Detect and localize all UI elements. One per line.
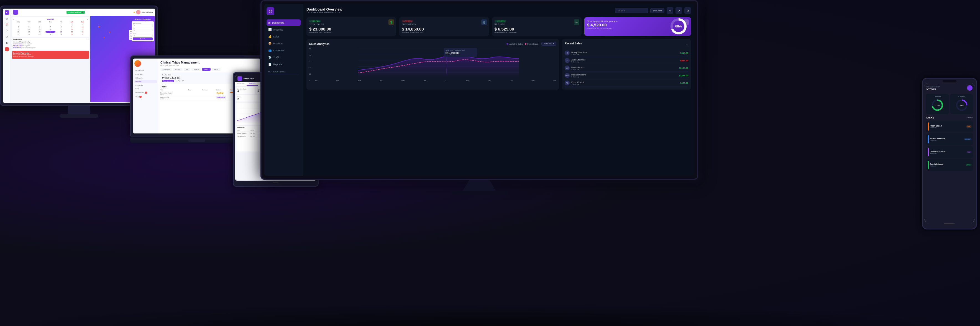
sidebar-alert-icon[interactable]: ! <box>5 47 9 51</box>
phone-task-3: Database Option 5 subtasks Low <box>926 146 973 158</box>
cal-day[interactable]: 15 <box>56 28 67 30</box>
clinical-nav-chat[interactable]: Chat 5 <box>134 95 157 99</box>
calendar-next[interactable]: › <box>87 18 88 20</box>
calendar-prev[interactable]: ‹ <box>13 18 14 20</box>
cal-day[interactable] <box>24 23 34 26</box>
cal-day[interactable]: 20 <box>34 31 45 33</box>
cal-day[interactable]: 19 <box>24 31 34 33</box>
cal-day[interactable]: 22 <box>56 31 67 33</box>
clinical-nav-schedules[interactable]: Schedules <box>134 76 157 80</box>
large-nav-traffic[interactable]: 📡 Traffic <box>267 54 301 61</box>
clinical-nav-dashboard[interactable]: Dashboard <box>134 69 157 72</box>
phone-home-indicator[interactable] <box>944 223 955 224</box>
large-nav-analytics[interactable]: 📊 Analytics <box>267 26 301 33</box>
large-header: Dashboard Overview 12:15 PM at 19th Nove… <box>307 7 691 14</box>
cal-day[interactable]: 12 <box>24 28 34 30</box>
recent-sales-panel: Recent Sales ··· HR Henry Rashford 3 day… <box>562 39 691 89</box>
sidebar-settings-icon[interactable]: ⚙ <box>5 41 9 45</box>
cal-day[interactable]: 27 <box>34 33 45 35</box>
tab-notes[interactable]: Notes <box>212 68 221 71</box>
phone-filter[interactable]: Show all <box>967 117 973 118</box>
clinical-nav-payments[interactable]: Payments <box>134 83 157 87</box>
recent-sales-title: Recent Sales <box>565 42 582 45</box>
sidebar-shield-icon[interactable]: 🛡 <box>5 35 9 39</box>
cal-day[interactable] <box>34 23 45 26</box>
sale-date-2: 3 days ago <box>571 61 585 63</box>
cal-day[interactable]: 16 <box>67 28 77 30</box>
cal-day[interactable]: 24 <box>77 31 88 33</box>
cal-day[interactable]: 1 <box>56 23 67 26</box>
cal-day[interactable]: 5 <box>24 26 34 28</box>
phone-task-1: Fresh Bogam 3 subtasks High <box>926 121 973 132</box>
tab-overview[interactable]: Overview <box>161 68 172 71</box>
phase-status: Team Members <box>162 80 174 82</box>
clinical-nav-campaign[interactable]: Campaign <box>134 73 157 76</box>
task-color-1 <box>928 122 929 131</box>
tab-teams[interactable]: Teams <box>191 68 201 71</box>
cal-day[interactable]: 11 <box>13 28 24 30</box>
search-button[interactable]: Search <box>133 37 153 40</box>
tab-activity[interactable]: Activity <box>173 68 183 71</box>
cal-day[interactable]: 10 <box>77 26 88 28</box>
cal-day[interactable]: 25 <box>13 33 24 35</box>
refresh-button[interactable]: ↻ <box>667 7 673 14</box>
user-avatar <box>136 10 140 14</box>
specialization-select[interactable]: ▾ <box>133 24 153 27</box>
task-info-3: Database Option 5 subtasks <box>930 150 966 154</box>
large-nav-customer[interactable]: 👥 Customer <box>267 47 301 54</box>
cal-day[interactable]: 29 <box>56 33 67 35</box>
cal-day-today[interactable]: 21 <box>45 31 56 33</box>
cal-day[interactable]: 7 <box>45 26 56 28</box>
large-nav-dashboard[interactable]: ⊞ Dashboard <box>267 19 301 26</box>
cal-day[interactable]: 3 <box>77 23 88 26</box>
sale-date-5: 5 days ago <box>571 83 584 85</box>
city-select[interactable]: ▾ <box>133 29 153 32</box>
share-button[interactable]: ↗ <box>676 7 682 14</box>
cal-day[interactable]: 9 <box>67 26 77 28</box>
chart-year-filter[interactable]: New Year ▾ <box>541 42 556 46</box>
large-nav-products[interactable]: 📦 Products <box>267 40 301 46</box>
cal-day[interactable] <box>13 23 24 26</box>
tablet-tab-analytics[interactable]: Analytics <box>247 82 258 86</box>
sales-compare: compared to (Jan - Dec 2021) <box>309 31 393 33</box>
recent-sales-more[interactable]: ··· <box>686 43 688 46</box>
date-select[interactable]: ▾ <box>133 34 153 37</box>
cal-day[interactable]: 30 <box>67 33 77 35</box>
cal-day[interactable]: 18 <box>13 31 24 33</box>
tab-fin[interactable]: Fin <box>184 68 190 71</box>
phone-header: Hello, welcome back! My Tasks <box>924 83 975 93</box>
cal-day[interactable]: 17 <box>77 28 88 30</box>
large-search-input[interactable] <box>615 8 648 13</box>
svg-text:72%: 72% <box>935 104 940 107</box>
sidebar-grid-icon[interactable]: ⊞ <box>5 16 9 21</box>
sidebar-calendar-icon[interactable]: 📅 <box>5 22 9 27</box>
large-nav-sales[interactable]: 💰 Sales <box>267 33 301 40</box>
cal-day[interactable]: 31 <box>77 33 88 35</box>
task-name-2: Design Stage Blst113 <box>161 97 188 100</box>
cal-day[interactable]: 2 <box>67 23 77 26</box>
cal-day[interactable]: 26 <box>24 33 34 35</box>
cal-day[interactable]: 14 <box>45 28 56 30</box>
svg-text:68%: 68% <box>675 24 682 28</box>
sidebar-heart-icon[interactable]: ♡ <box>5 29 9 33</box>
cal-header-sat: SAT <box>67 21 77 23</box>
cal-day[interactable]: 4 <box>13 26 24 28</box>
create-request-button[interactable]: Create a Request ➕ <box>67 11 85 14</box>
cal-day[interactable]: 8 <box>56 26 67 28</box>
year-filter[interactable]: This Year <box>650 8 664 13</box>
clinical-nav-notifications[interactable]: Notifications 3 <box>134 91 157 94</box>
cal-day[interactable]: 6 <box>34 26 45 28</box>
cal-day[interactable] <box>45 23 56 26</box>
notification-more[interactable]: ··· <box>86 39 88 40</box>
cal-day[interactable]: 23 <box>67 31 77 33</box>
settings-button[interactable]: ⚙ <box>684 7 691 14</box>
desktop-header-logo <box>13 10 18 15</box>
tablet-tab-overview[interactable]: Overview <box>235 82 247 86</box>
cal-day[interactable]: 13 <box>34 28 45 30</box>
clinical-nav-projects[interactable]: Projects <box>134 80 157 83</box>
sale-name-1: Henry Rashford <box>571 51 587 54</box>
large-nav-reports[interactable]: 📄 Reports <box>267 61 301 67</box>
clinical-nav-files[interactable]: Files <box>134 87 157 90</box>
cal-day[interactable]: 28 <box>45 33 56 35</box>
tab-tasks[interactable]: Tasks <box>202 68 211 71</box>
